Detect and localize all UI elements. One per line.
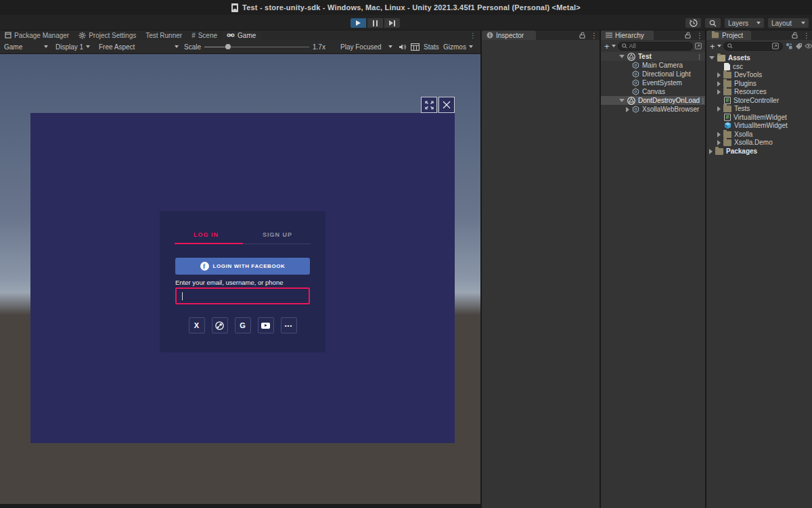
fullscreen-button[interactable]: [421, 97, 437, 113]
play-focused-dropdown[interactable]: Play Focused: [340, 40, 392, 53]
foldout-arrow-icon[interactable]: [717, 106, 721, 112]
gear-icon: [78, 32, 86, 39]
close-widget-button[interactable]: [438, 97, 455, 113]
kebab-menu-icon[interactable]: ⋮: [591, 32, 597, 39]
display-dropdown[interactable]: Display 1: [55, 40, 90, 53]
open-search-window-icon[interactable]: [772, 43, 779, 49]
foldout-arrow-icon[interactable]: [717, 89, 721, 95]
foldout-arrow-icon[interactable]: [709, 56, 715, 60]
tab-test-runner[interactable]: Test Runner: [141, 30, 187, 40]
tab-hierarchy[interactable]: Hierarchy: [601, 30, 654, 40]
tree-row[interactable]: EventSystem: [601, 78, 705, 87]
search-by-type-icon[interactable]: [785, 42, 793, 50]
tree-row[interactable]: Tests: [706, 104, 812, 113]
more-providers-button[interactable]: •••: [281, 317, 297, 333]
folder-icon: [723, 131, 731, 138]
foldout-arrow-icon[interactable]: [717, 140, 721, 145]
tab-signup[interactable]: SIGN UP: [263, 231, 292, 238]
tree-row-selected[interactable]: DontDestroyOnLoad ⋮: [601, 96, 705, 105]
tab-package-manager[interactable]: Package Manager: [0, 30, 74, 40]
tree-row[interactable]: XsollaWebBrowser: [601, 105, 705, 114]
hierarchy-toolbar: + All: [601, 40, 705, 52]
login-with-facebook-button[interactable]: f LOGIN WITH FACEBOOK: [175, 258, 310, 275]
mute-audio-button[interactable]: [399, 40, 407, 53]
kebab-menu-icon[interactable]: ⋮: [696, 32, 703, 39]
csharp-script-icon: #: [724, 97, 731, 104]
foldout-arrow-icon[interactable]: [619, 99, 625, 102]
project-search-input[interactable]: [723, 42, 783, 51]
layout-label: Layout: [771, 20, 792, 27]
lock-icon[interactable]: [685, 32, 691, 39]
tab-project-settings[interactable]: Project Settings: [74, 30, 141, 40]
gizmos-dropdown[interactable]: Gizmos: [443, 40, 473, 53]
tree-row[interactable]: Resources: [706, 87, 812, 96]
foldout-arrow-icon[interactable]: [717, 81, 721, 87]
tree-row[interactable]: Directional Light: [601, 70, 705, 78]
hierarchy-tree: Test ⋮ Main Camera Directional Light Eve…: [601, 52, 705, 120]
tab-scene[interactable]: # Scene: [187, 30, 222, 40]
folder-icon: [715, 148, 723, 155]
undo-history-button[interactable]: [685, 18, 702, 28]
close-x-icon: [443, 101, 451, 109]
tree-row[interactable]: Assets: [706, 53, 812, 62]
document-icon: [724, 63, 730, 70]
tab-project[interactable]: Project: [706, 30, 751, 40]
gameobject-icon: [632, 88, 639, 95]
step-button[interactable]: [384, 18, 401, 28]
kebab-menu-icon[interactable]: ⋮: [803, 32, 810, 39]
scale-slider[interactable]: [204, 40, 309, 53]
open-search-window-icon[interactable]: [695, 43, 702, 49]
inspector-body: [482, 40, 600, 508]
steam-login-button[interactable]: [212, 317, 228, 333]
tree-row[interactable]: DevTools: [706, 70, 812, 79]
tab-strip-menu[interactable]: ⋮: [466, 30, 480, 40]
tree-row[interactable]: Xsolla.Demo: [706, 138, 812, 147]
facebook-f-icon: f: [200, 262, 209, 271]
google-login-button[interactable]: G: [235, 317, 251, 333]
tree-row[interactable]: Test ⋮: [601, 52, 705, 61]
tab-game[interactable]: Game: [222, 30, 261, 40]
prefab-cube-icon: [724, 122, 731, 129]
global-search-button[interactable]: [704, 18, 721, 28]
tab-inspector[interactable]: Inspector: [482, 30, 536, 40]
aspect-ratio-dropdown[interactable]: Free Aspect: [99, 40, 179, 53]
play-button[interactable]: [350, 18, 367, 28]
label-tag-icon[interactable]: [795, 43, 803, 50]
tree-row[interactable]: Canvas: [601, 87, 705, 96]
layers-dropdown[interactable]: Layers: [724, 18, 765, 28]
gameobject-icon: [632, 79, 639, 87]
create-add-button[interactable]: +: [710, 41, 715, 51]
hierarchy-search-input[interactable]: All: [618, 42, 693, 51]
x-twitter-login-button[interactable]: X: [189, 317, 205, 333]
tree-row[interactable]: Packages: [706, 147, 812, 156]
foldout-arrow-icon[interactable]: [717, 132, 721, 137]
game-display-mode-dropdown[interactable]: Game: [4, 40, 48, 53]
gameobject-icon: [632, 62, 639, 69]
create-add-button[interactable]: +: [604, 41, 610, 51]
pause-button[interactable]: [367, 18, 384, 28]
foldout-arrow-icon[interactable]: [626, 107, 629, 112]
chevron-down-icon[interactable]: [717, 45, 721, 47]
history-icon: [690, 19, 698, 27]
unity-scene-icon: [627, 97, 635, 105]
kebab-menu-icon[interactable]: ⋮: [696, 53, 705, 60]
eye-icon[interactable]: [805, 43, 812, 49]
tree-row[interactable]: VirtualItemWidget: [706, 121, 812, 130]
search-icon: [727, 43, 733, 49]
folder-icon: [723, 139, 731, 146]
chevron-down-icon[interactable]: [612, 45, 616, 47]
youtube-login-button[interactable]: [258, 317, 274, 333]
lock-icon[interactable]: [579, 32, 585, 39]
slider-thumb[interactable]: [225, 44, 231, 49]
lock-icon[interactable]: [792, 32, 798, 39]
email-input[interactable]: [175, 287, 310, 304]
vsync-button[interactable]: [411, 40, 420, 53]
foldout-arrow-icon[interactable]: [709, 149, 713, 154]
layout-dropdown[interactable]: Layout: [767, 18, 809, 28]
foldout-arrow-icon[interactable]: [717, 72, 721, 78]
stats-toggle[interactable]: Stats: [424, 40, 439, 53]
gameobject-icon: [632, 106, 639, 113]
tab-login[interactable]: LOG IN: [194, 231, 219, 238]
tree-row[interactable]: Main Camera: [601, 61, 705, 70]
foldout-arrow-icon[interactable]: [619, 55, 625, 58]
